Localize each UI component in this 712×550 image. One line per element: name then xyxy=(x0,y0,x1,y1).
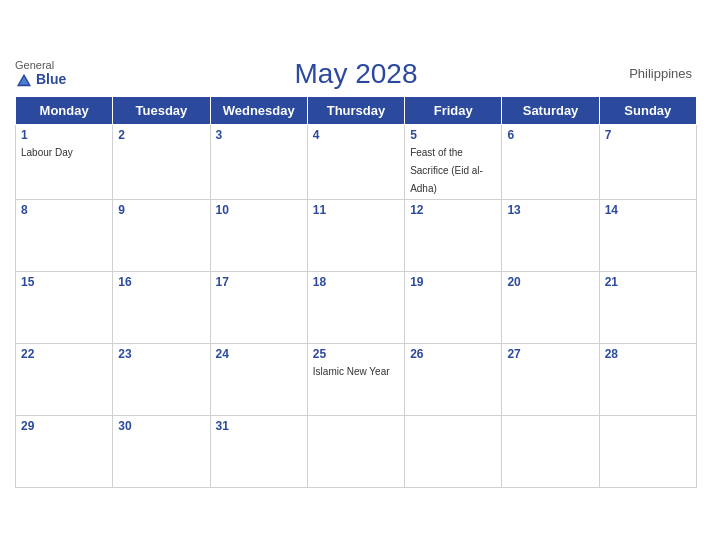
calendar-cell: 1Labour Day xyxy=(16,124,113,199)
calendar-cell: 10 xyxy=(210,199,307,271)
day-number: 18 xyxy=(313,275,399,289)
day-number: 1 xyxy=(21,128,107,142)
day-number: 30 xyxy=(118,419,204,433)
calendar-cell: 27 xyxy=(502,343,599,415)
calendar-week-5: 293031 xyxy=(16,415,697,487)
day-number: 17 xyxy=(216,275,302,289)
calendar-cell: 21 xyxy=(599,271,696,343)
day-number: 26 xyxy=(410,347,496,361)
calendar-cell: 16 xyxy=(113,271,210,343)
calendar-cell: 14 xyxy=(599,199,696,271)
holiday-text: Labour Day xyxy=(21,147,73,158)
calendar-week-2: 891011121314 xyxy=(16,199,697,271)
weekday-header-friday: Friday xyxy=(405,96,502,124)
holiday-text: Islamic New Year xyxy=(313,366,390,377)
calendar-cell: 4 xyxy=(307,124,404,199)
weekday-header-thursday: Thursday xyxy=(307,96,404,124)
calendar-cell: 30 xyxy=(113,415,210,487)
calendar-week-3: 15161718192021 xyxy=(16,271,697,343)
calendar-cell: 22 xyxy=(16,343,113,415)
calendar-cell: 17 xyxy=(210,271,307,343)
calendar-wrapper: General Blue May 2028 Philippines Monday… xyxy=(0,48,712,503)
day-number: 25 xyxy=(313,347,399,361)
calendar-cell xyxy=(307,415,404,487)
calendar-cell: 7 xyxy=(599,124,696,199)
calendar-cell: 6 xyxy=(502,124,599,199)
calendar-cell: 26 xyxy=(405,343,502,415)
logo-blue: Blue xyxy=(36,72,66,87)
day-number: 27 xyxy=(507,347,593,361)
calendar-cell: 5Feast of the Sacrifice (Eid al-Adha) xyxy=(405,124,502,199)
day-number: 23 xyxy=(118,347,204,361)
calendar-region: Philippines xyxy=(629,66,692,81)
holiday-text: Feast of the Sacrifice (Eid al-Adha) xyxy=(410,147,483,194)
calendar-cell: 24 xyxy=(210,343,307,415)
day-number: 4 xyxy=(313,128,399,142)
day-number: 15 xyxy=(21,275,107,289)
day-number: 10 xyxy=(216,203,302,217)
day-number: 11 xyxy=(313,203,399,217)
calendar-cell: 15 xyxy=(16,271,113,343)
weekday-header-sunday: Sunday xyxy=(599,96,696,124)
day-number: 14 xyxy=(605,203,691,217)
day-number: 31 xyxy=(216,419,302,433)
calendar-table: MondayTuesdayWednesdayThursdayFridaySatu… xyxy=(15,96,697,488)
calendar-cell: 9 xyxy=(113,199,210,271)
calendar-cell xyxy=(405,415,502,487)
calendar-cell: 12 xyxy=(405,199,502,271)
day-number: 2 xyxy=(118,128,204,142)
day-number: 6 xyxy=(507,128,593,142)
day-number: 28 xyxy=(605,347,691,361)
calendar-cell: 13 xyxy=(502,199,599,271)
weekday-header-tuesday: Tuesday xyxy=(113,96,210,124)
calendar-cell: 8 xyxy=(16,199,113,271)
calendar-cell: 11 xyxy=(307,199,404,271)
day-number: 19 xyxy=(410,275,496,289)
weekday-header-saturday: Saturday xyxy=(502,96,599,124)
day-number: 12 xyxy=(410,203,496,217)
day-number: 5 xyxy=(410,128,496,142)
calendar-week-1: 1Labour Day2345Feast of the Sacrifice (E… xyxy=(16,124,697,199)
calendar-cell xyxy=(502,415,599,487)
weekday-header-monday: Monday xyxy=(16,96,113,124)
day-number: 13 xyxy=(507,203,593,217)
calendar-header: General Blue May 2028 Philippines xyxy=(15,58,697,90)
logo-area: General Blue xyxy=(15,59,66,87)
day-number: 16 xyxy=(118,275,204,289)
weekday-header-wednesday: Wednesday xyxy=(210,96,307,124)
calendar-cell: 3 xyxy=(210,124,307,199)
logo-general: General xyxy=(15,59,54,71)
calendar-cell: 25Islamic New Year xyxy=(307,343,404,415)
day-number: 22 xyxy=(21,347,107,361)
calendar-title: May 2028 xyxy=(20,58,692,90)
day-number: 3 xyxy=(216,128,302,142)
calendar-cell: 28 xyxy=(599,343,696,415)
calendar-cell: 20 xyxy=(502,271,599,343)
calendar-header-row: MondayTuesdayWednesdayThursdayFridaySatu… xyxy=(16,96,697,124)
day-number: 9 xyxy=(118,203,204,217)
day-number: 24 xyxy=(216,347,302,361)
calendar-cell xyxy=(599,415,696,487)
day-number: 20 xyxy=(507,275,593,289)
calendar-cell: 2 xyxy=(113,124,210,199)
calendar-week-4: 22232425Islamic New Year262728 xyxy=(16,343,697,415)
day-number: 8 xyxy=(21,203,107,217)
day-number: 7 xyxy=(605,128,691,142)
logo-icon xyxy=(15,72,33,88)
calendar-cell: 23 xyxy=(113,343,210,415)
day-number: 21 xyxy=(605,275,691,289)
day-number: 29 xyxy=(21,419,107,433)
calendar-cell: 18 xyxy=(307,271,404,343)
calendar-cell: 19 xyxy=(405,271,502,343)
calendar-cell: 31 xyxy=(210,415,307,487)
calendar-cell: 29 xyxy=(16,415,113,487)
